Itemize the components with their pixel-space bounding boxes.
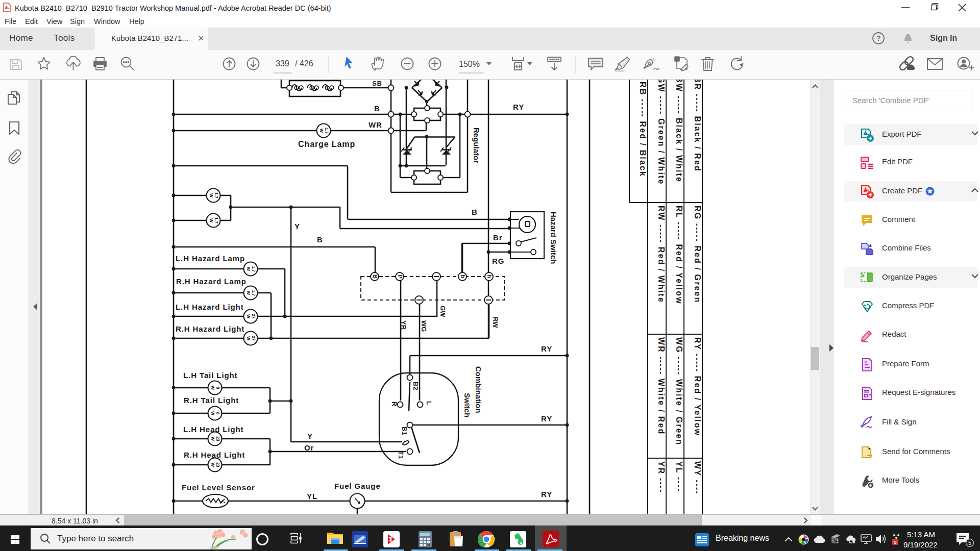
svg-text:RY: RY: [541, 490, 552, 498]
svg-text:B2: B2: [412, 382, 420, 390]
svg-text:RY ----- Red / Yellow: RY ----- Red / Yellow: [693, 337, 702, 436]
svg-text:Fuel Gauge: Fuel Gauge: [334, 482, 381, 490]
svg-text:YR ----: YR ----: [657, 461, 666, 493]
svg-text:/ 426: / 426: [295, 59, 313, 68]
svg-text:Y: Y: [295, 222, 300, 231]
svg-text:RY: RY: [541, 414, 552, 423]
svg-text:YR: YR: [400, 320, 407, 330]
svg-text:YL: YL: [307, 492, 317, 500]
svg-text:L.H Hazard Lamp: L.H Hazard Lamp: [176, 254, 245, 263]
svg-text:8: 8: [215, 387, 220, 389]
svg-text:W: W: [246, 291, 251, 295]
svg-text:R.H Hazard Light: R.H Hazard Light: [176, 324, 244, 333]
svg-text:Combination: Combination: [474, 366, 483, 413]
svg-text:Switch: Switch: [463, 393, 472, 417]
svg-text:W: W: [210, 411, 215, 416]
svg-text:RB ----- Red / Black: RB ----- Red / Black: [639, 82, 647, 177]
svg-text:23: 23: [215, 436, 220, 441]
svg-text:R: R: [390, 402, 398, 407]
svg-text:Br: Br: [493, 233, 502, 242]
svg-text:WG ----- White / Green: WG ----- White / Green: [675, 337, 683, 445]
svg-text:Charge Lamp: Charge Lamp: [298, 140, 355, 148]
svg-text:R.H Head Light: R.H Head Light: [184, 450, 245, 459]
svg-text:Regulator: Regulator: [472, 128, 481, 163]
svg-text:23: 23: [215, 462, 220, 467]
svg-text:5: 5: [894, 540, 896, 545]
svg-text:P: P: [397, 275, 403, 279]
svg-text:B1: B1: [401, 427, 408, 435]
svg-text:RW ----- Red / White: RW ----- Red / White: [657, 206, 666, 303]
svg-text:W: W: [319, 129, 324, 133]
svg-text:W: W: [210, 463, 215, 467]
svg-text:W: W: [209, 218, 214, 223]
svg-text:1.7: 1.7: [324, 128, 329, 134]
svg-text:1.7: 1.7: [251, 290, 256, 296]
svg-text:WR ----- White / Red: WR ----- White / Red: [657, 337, 666, 435]
svg-text:R.H Hazard Lamp: R.H Hazard Lamp: [176, 277, 247, 286]
svg-text:W: W: [210, 386, 215, 390]
svg-text:27: 27: [251, 314, 256, 319]
svg-text:YL ----: YL ----: [675, 461, 683, 492]
svg-text:1.7: 1.7: [214, 192, 219, 198]
svg-text:GW: GW: [439, 306, 447, 317]
svg-text:B: B: [372, 274, 378, 279]
svg-text:B: B: [374, 104, 380, 113]
svg-text:339: 339: [276, 59, 289, 68]
svg-text:RL ----- Red / Yellow: RL ----- Red / Yellow: [675, 206, 683, 305]
svg-text:Fuel Level Sensor: Fuel Level Sensor: [182, 483, 255, 492]
svg-text:WG: WG: [420, 320, 428, 332]
svg-text:R.H Tail Light: R.H Tail Light: [184, 396, 239, 405]
svg-text:L.H Hazard Light: L.H Hazard Light: [176, 303, 244, 311]
svg-text:W: W: [209, 193, 214, 198]
svg-text:h: h: [486, 275, 493, 279]
svg-text:27: 27: [251, 336, 256, 341]
svg-text:L.H Head Light: L.H Head Light: [183, 425, 243, 434]
svg-text:BW ----- Black / White: BW ----- Black / White: [675, 80, 683, 183]
svg-text:5: 5: [968, 540, 971, 546]
svg-text:L: L: [425, 401, 433, 405]
svg-text:T1: T1: [397, 451, 405, 459]
svg-text:RG: RG: [492, 257, 504, 265]
svg-text:RY: RY: [513, 103, 524, 111]
svg-text:b: b: [460, 275, 466, 279]
svg-text:150%: 150%: [459, 60, 480, 68]
svg-text:Or: Or: [304, 443, 314, 452]
svg-text:W: W: [246, 336, 251, 341]
svg-text:B: B: [317, 235, 323, 244]
svg-text:BR ----- Black / Red: BR ----- Black / Red: [693, 80, 702, 172]
svg-text:1.7: 1.7: [251, 266, 256, 272]
svg-text:SB: SB: [372, 80, 382, 87]
svg-text:L.H Tail Light: L.H Tail Light: [183, 371, 237, 380]
svg-text:B: B: [472, 208, 478, 216]
svg-text:Hazard Switch: Hazard Switch: [549, 212, 558, 264]
svg-text:W: W: [246, 267, 251, 271]
svg-text:RG ----- Red / Green: RG ----- Red / Green: [693, 206, 702, 303]
svg-text:W: W: [210, 437, 215, 441]
svg-text:GW ----- Green / White: GW ----- Green / White: [657, 80, 666, 185]
svg-text:WR: WR: [369, 120, 382, 129]
svg-text:RY: RY: [541, 344, 552, 353]
svg-text:?: ?: [876, 34, 881, 42]
svg-text:W: W: [246, 314, 251, 319]
svg-text:Y: Y: [307, 432, 313, 440]
svg-text:RW: RW: [492, 317, 499, 328]
svg-text:8: 8: [215, 412, 220, 415]
svg-text:Sign In: Sign In: [930, 34, 957, 42]
svg-text:1.7: 1.7: [214, 217, 219, 223]
svg-text:WY ----: WY ----: [693, 461, 702, 495]
